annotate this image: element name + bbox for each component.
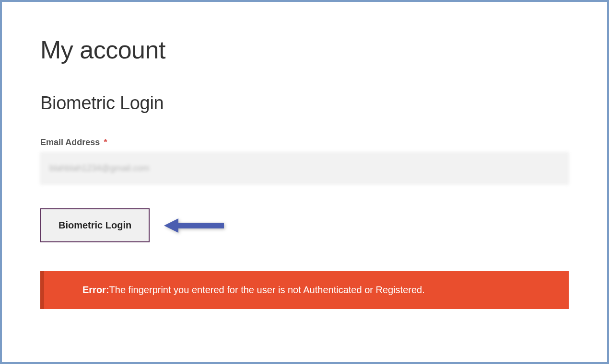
account-page: My account Biometric Login Email Address… [2, 2, 607, 328]
page-title: My account [40, 35, 569, 64]
svg-marker-0 [164, 218, 224, 233]
biometric-login-heading: Biometric Login [40, 93, 569, 114]
arrow-left-icon [164, 216, 226, 235]
biometric-login-button[interactable]: Biometric Login [40, 208, 150, 242]
error-label: Error: [82, 284, 109, 295]
arrow-annotation [164, 216, 226, 235]
email-field-group: Email Address * [40, 137, 569, 208]
error-message: The fingerprint you entered for the user… [109, 284, 425, 295]
email-input[interactable] [40, 152, 569, 184]
email-label-text: Email Address [40, 137, 100, 147]
button-row: Biometric Login [40, 208, 569, 242]
email-label: Email Address * [40, 137, 107, 148]
error-banner: Error:The fingerprint you entered for th… [40, 271, 569, 309]
required-indicator: * [104, 137, 107, 147]
